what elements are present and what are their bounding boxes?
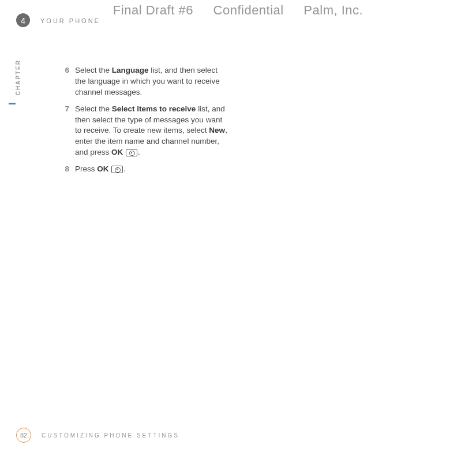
step-text: Press OK .	[75, 164, 228, 175]
step-item: 6Select the Language list, and then sele…	[61, 65, 228, 98]
page-footer: 82 CUSTOMIZING PHONE SETTINGS	[16, 428, 179, 443]
step-text: Select the Language list, and then selec…	[75, 65, 228, 98]
bold-term: Language	[112, 66, 149, 74]
watermark-confidential: Confidential	[213, 3, 284, 17]
bold-term: OK	[97, 164, 108, 173]
bold-term: Select items to receive	[112, 104, 196, 113]
step-text: Select the Select items to receive list,…	[75, 104, 228, 158]
watermark-company: Palm, Inc.	[303, 3, 363, 17]
step-number: 7	[61, 104, 75, 158]
ok-button-icon	[126, 149, 137, 156]
watermark-header: Final Draft #6 Confidential Palm, Inc.	[0, 3, 476, 18]
chapter-vertical-label: CHAPTER	[15, 59, 21, 95]
instruction-steps: 6Select the Language list, and then sele…	[61, 65, 228, 181]
step-item: 7Select the Select items to receive list…	[61, 104, 228, 158]
margin-tick	[9, 103, 16, 104]
step-item: 8Press OK .	[61, 164, 228, 175]
header-section-title: YOUR PHONE	[40, 17, 100, 24]
bold-term: New	[209, 126, 225, 134]
ok-button-icon	[111, 166, 123, 173]
step-number: 6	[61, 65, 75, 98]
watermark-draft: Final Draft #6	[113, 3, 193, 17]
footer-section-title: CUSTOMIZING PHONE SETTINGS	[42, 432, 179, 439]
bold-term: OK	[111, 148, 123, 156]
chapter-number-badge: 4	[16, 13, 30, 27]
step-number: 8	[61, 164, 75, 175]
page-number-badge: 82	[16, 428, 31, 443]
